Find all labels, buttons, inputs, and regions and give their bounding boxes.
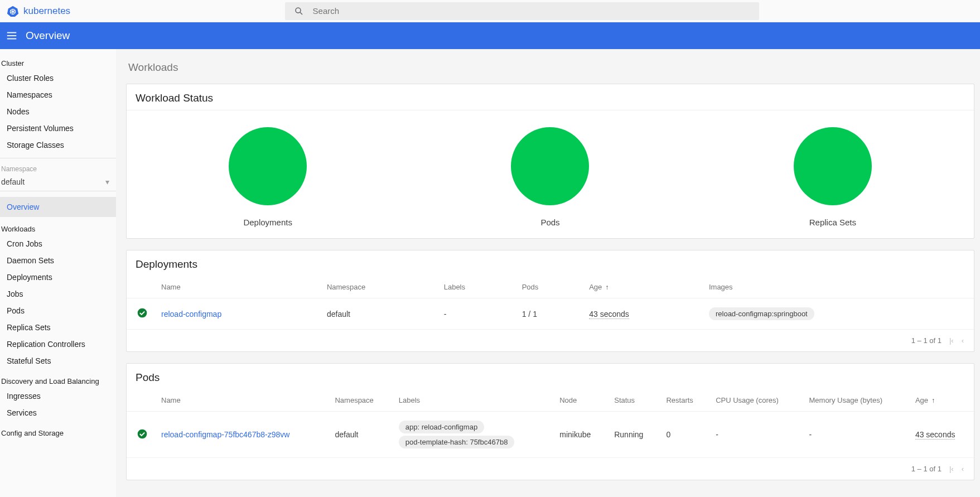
sb-heading-dlb: Discovery and Load Balancing [0, 369, 116, 388]
pod-col-labels[interactable]: Labels [392, 389, 553, 412]
sidebar-item-services[interactable]: Services [0, 404, 116, 421]
search-icon [294, 6, 304, 16]
sidebar-item-storage-classes[interactable]: Storage Classes [0, 137, 116, 153]
kubernetes-icon [7, 5, 19, 17]
pod-col-mem[interactable]: Memory Usage (bytes) [803, 389, 909, 412]
sidebar-item-cron-jobs[interactable]: Cron Jobs [0, 235, 116, 252]
sidebar-item-ingresses[interactable]: Ingresses [0, 388, 116, 404]
pods-card: Pods Name Namespace Labels Node Status R… [126, 363, 974, 480]
namespace-value: default [1, 177, 25, 186]
status-ok-icon [137, 428, 148, 440]
pod-col-restarts[interactable]: Restarts [659, 389, 709, 412]
pods-table: Name Namespace Labels Node Status Restar… [127, 389, 974, 458]
main: Workloads Workload Status Deployments Po… [116, 49, 980, 497]
pod-col-node[interactable]: Node [553, 389, 607, 412]
pager-prev-icon[interactable]: ‹ [962, 336, 964, 345]
sidebar: Cluster Cluster Roles Namespaces Nodes P… [0, 49, 116, 497]
search-box[interactable] [285, 2, 759, 20]
dep-col-pods[interactable]: Pods [515, 276, 583, 298]
deployment-link[interactable]: reload-configmap [161, 310, 221, 319]
status-circle-pods [511, 127, 589, 205]
logo[interactable]: kubernetes [7, 5, 70, 17]
pod-restarts: 0 [659, 412, 709, 458]
sort-asc-icon: ↑ [605, 283, 609, 291]
dep-col-name[interactable]: Name [155, 276, 320, 298]
pod-col-status[interactable]: Status [607, 389, 659, 412]
dep-labels: - [437, 298, 515, 330]
breadcrumb-overview[interactable]: Overview [26, 30, 70, 42]
sidebar-item-stateful-sets[interactable]: Stateful Sets [0, 353, 116, 369]
dep-col-age[interactable]: Age↑ [582, 276, 702, 298]
sidebar-item-pods[interactable]: Pods [0, 302, 116, 319]
pager-first-icon[interactable]: |‹ [949, 465, 954, 473]
pager-prev-icon[interactable]: ‹ [962, 465, 964, 473]
sidebar-item-nodes[interactable]: Nodes [0, 103, 116, 120]
svg-line-6 [300, 12, 302, 15]
deployments-table: Name Namespace Labels Pods Age↑ Images r… [127, 276, 974, 330]
pod-labels: app: reload-configmap pod-template-hash:… [392, 412, 553, 458]
pager-text: 1 – 1 of 1 [911, 465, 942, 473]
pods-title: Pods [127, 364, 974, 389]
blue-bar: Overview [0, 22, 980, 49]
dep-col-namespace[interactable]: Namespace [320, 276, 437, 298]
dep-col-labels[interactable]: Labels [437, 276, 515, 298]
sidebar-item-replica-sets[interactable]: Replica Sets [0, 319, 116, 336]
table-row: reload-configmap-75fbc467b8-z98vw defaul… [127, 412, 974, 458]
page-title: Workloads [128, 61, 974, 74]
pod-label-chip: app: reload-configmap [399, 421, 484, 433]
status-label-replica-sets: Replica Sets [809, 218, 856, 227]
pod-namespace: default [328, 412, 392, 458]
status-circle-replica-sets [794, 127, 872, 205]
namespace-selector[interactable]: default ▾ [0, 174, 116, 191]
pod-link[interactable]: reload-configmap-75fbc467b8-z98vw [161, 430, 289, 439]
sidebar-item-namespaces[interactable]: Namespaces [0, 86, 116, 103]
svg-point-10 [138, 308, 147, 318]
chevron-down-icon: ▾ [105, 177, 109, 186]
sidebar-item-overview[interactable]: Overview [0, 197, 116, 217]
status-ok-icon [137, 307, 148, 319]
pod-col-cpu[interactable]: CPU Usage (cores) [709, 389, 802, 412]
sort-asc-icon: ↑ [931, 397, 935, 404]
deployments-card: Deployments Name Namespace Labels Pods A… [126, 250, 974, 352]
search-input[interactable] [313, 6, 750, 16]
sb-heading-workloads: Workloads [0, 217, 116, 235]
svg-point-11 [138, 429, 147, 438]
workload-status-card: Workload Status Deployments Pods Replica… [126, 84, 974, 239]
svg-point-5 [296, 8, 301, 13]
sidebar-item-persistent-volumes[interactable]: Persistent Volumes [0, 120, 116, 137]
deployments-title: Deployments [127, 250, 974, 276]
pod-cpu: - [709, 412, 802, 458]
dep-col-images[interactable]: Images [702, 276, 974, 298]
status-label-deployments: Deployments [243, 218, 292, 227]
sb-heading-config-storage: Config and Storage [0, 421, 116, 440]
sidebar-item-replication-controllers[interactable]: Replication Controllers [0, 336, 116, 353]
table-row: reload-configmap default - 1 / 1 43 seco… [127, 298, 974, 330]
sidebar-item-cluster-roles[interactable]: Cluster Roles [0, 70, 116, 86]
pod-col-age[interactable]: Age↑ [909, 389, 974, 412]
top-bar: kubernetes [0, 0, 980, 22]
status-replica-sets: Replica Sets [794, 127, 872, 227]
sidebar-item-jobs[interactable]: Jobs [0, 286, 116, 302]
status-pods: Pods [511, 127, 589, 227]
pod-node: minikube [553, 412, 607, 458]
deployments-pager: 1 – 1 of 1 |‹ ‹ [127, 330, 974, 351]
status-deployments: Deployments [229, 127, 307, 227]
logo-text: kubernetes [23, 6, 70, 17]
sb-namespace-label: Namespace [0, 162, 116, 174]
pods-pager: 1 – 1 of 1 |‹ ‹ [127, 458, 974, 480]
menu-icon[interactable] [6, 30, 18, 42]
pod-mem: - [803, 412, 909, 458]
sb-heading-cluster: Cluster [0, 55, 116, 70]
status-label-pods: Pods [540, 218, 559, 227]
sidebar-item-daemon-sets[interactable]: Daemon Sets [0, 252, 116, 269]
sidebar-item-deployments[interactable]: Deployments [0, 269, 116, 286]
dep-age: 43 seconds [589, 310, 629, 319]
pod-col-name[interactable]: Name [155, 389, 328, 412]
pod-label-chip: pod-template-hash: 75fbc467b8 [399, 436, 515, 448]
pod-col-namespace[interactable]: Namespace [328, 389, 392, 412]
dep-pods: 1 / 1 [515, 298, 583, 330]
pager-text: 1 – 1 of 1 [911, 336, 942, 345]
pod-status: Running [607, 412, 659, 458]
pod-age: 43 seconds [915, 430, 955, 440]
pager-first-icon[interactable]: |‹ [949, 336, 954, 345]
